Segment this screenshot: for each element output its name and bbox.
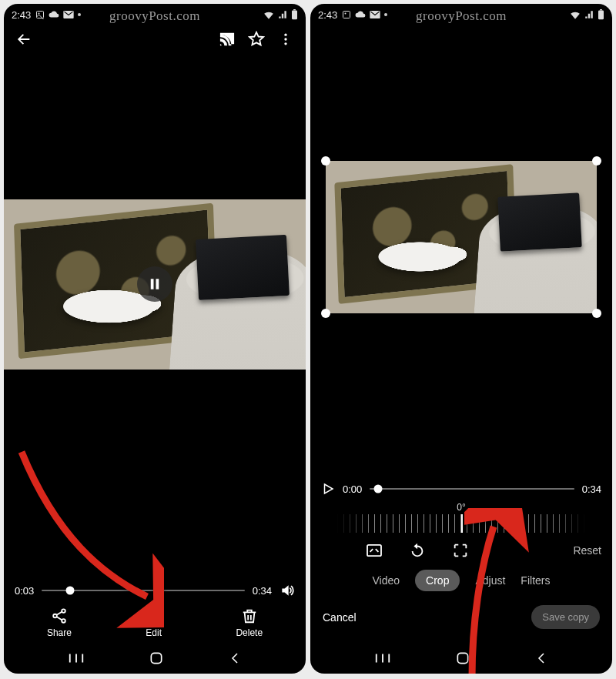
- delete-label: Delete: [236, 627, 263, 638]
- nav-home[interactable]: [149, 651, 164, 666]
- nav-back[interactable]: [228, 651, 242, 665]
- nav-back[interactable]: [534, 651, 548, 665]
- reset-button[interactable]: Reset: [573, 544, 601, 557]
- tab-video[interactable]: Video: [373, 574, 400, 587]
- cancel-button[interactable]: Cancel: [323, 611, 357, 624]
- gmail-icon: [370, 11, 380, 18]
- svg-point-5: [284, 34, 286, 36]
- battery-icon: [291, 9, 298, 20]
- system-nav-bar: [310, 643, 612, 674]
- signal-icon: [584, 10, 594, 19]
- svg-rect-0: [37, 12, 44, 18]
- svg-rect-20: [598, 10, 604, 19]
- svg-rect-4: [293, 9, 296, 10]
- editor-footer: Cancel Save copy: [310, 597, 612, 637]
- svg-point-14: [149, 614, 152, 617]
- gallery-icon: [342, 10, 351, 19]
- transform-button[interactable]: [452, 542, 469, 559]
- gallery-icon: [35, 10, 45, 19]
- svg-point-6: [284, 38, 286, 40]
- crop-handle-bl[interactable]: [321, 309, 330, 318]
- crop-handle-tr[interactable]: [592, 156, 601, 166]
- rotation-ruler[interactable]: [337, 514, 584, 533]
- pause-button[interactable]: [137, 266, 172, 302]
- nav-recents[interactable]: [68, 651, 85, 665]
- svg-rect-8: [151, 279, 154, 290]
- svg-point-18: [345, 13, 346, 15]
- save-copy-button[interactable]: Save copy: [531, 605, 600, 629]
- crop-area[interactable]: [326, 161, 597, 313]
- svg-rect-23: [457, 653, 467, 663]
- edit-button[interactable]: Edit: [146, 607, 162, 638]
- phone-right-editor: 2:43 groovyPost.com: [310, 4, 612, 674]
- gmail-icon: [63, 11, 74, 18]
- edit-label: Edit: [146, 627, 162, 638]
- video-frame: [4, 199, 306, 370]
- time-total: 0:34: [253, 585, 272, 597]
- time-elapsed: 0:03: [15, 585, 34, 597]
- signal-icon: [278, 10, 287, 19]
- editor-top-spacer: [310, 25, 612, 141]
- volume-button[interactable]: [280, 583, 295, 598]
- svg-point-7: [284, 42, 286, 45]
- status-bar: 2:43 groovyPost.com: [310, 4, 612, 25]
- system-nav-bar: [4, 643, 306, 674]
- svg-rect-16: [151, 653, 161, 663]
- svg-point-15: [156, 619, 159, 622]
- nav-recents[interactable]: [374, 651, 391, 665]
- time-total: 0:34: [582, 483, 601, 495]
- svg-rect-9: [156, 279, 159, 290]
- trim-bar[interactable]: [370, 488, 574, 490]
- cloud-icon: [355, 11, 366, 18]
- tab-filters[interactable]: Filters: [521, 574, 550, 587]
- video-viewport[interactable]: [4, 53, 306, 578]
- overflow-menu-button[interactable]: [275, 28, 296, 50]
- progress-thumb[interactable]: [66, 587, 75, 595]
- aspect-ratio-button[interactable]: [366, 544, 383, 557]
- editor-tabs: Video Crop Adjust Filters: [310, 564, 612, 597]
- svg-point-1: [38, 13, 40, 15]
- rotation-control: 0°: [310, 502, 612, 533]
- svg-point-13: [156, 610, 159, 614]
- cloud-icon: [49, 11, 59, 18]
- progress-bar[interactable]: [42, 590, 244, 591]
- delete-button[interactable]: Delete: [236, 607, 263, 638]
- wifi-icon: [570, 10, 581, 19]
- back-button[interactable]: [13, 28, 35, 50]
- cast-button[interactable]: [216, 28, 238, 50]
- nav-home[interactable]: [455, 651, 470, 666]
- share-button[interactable]: Share: [47, 607, 72, 638]
- crop-frame: [326, 161, 597, 313]
- wifi-icon: [263, 10, 274, 19]
- svg-rect-22: [367, 545, 381, 556]
- play-button[interactable]: [321, 482, 335, 496]
- svg-rect-3: [292, 10, 297, 19]
- editor-timeline: 0:00 0:34: [310, 477, 612, 496]
- more-notifications-dot: [384, 13, 387, 16]
- clock: 2:43: [318, 9, 337, 21]
- crop-handle-tl[interactable]: [321, 156, 330, 166]
- appbar: [4, 25, 306, 53]
- time-elapsed: 0:00: [343, 483, 362, 495]
- clock: 2:43: [12, 9, 31, 21]
- svg-rect-17: [343, 12, 350, 18]
- progress-row: 0:03 0:34: [4, 578, 306, 598]
- crop-handle-br[interactable]: [592, 309, 601, 318]
- phone-left-viewer: 2:43 groovyPost.com: [4, 4, 306, 674]
- watermark: groovyPost.com: [416, 8, 507, 24]
- more-notifications-dot: [78, 13, 81, 16]
- favorite-button[interactable]: [246, 28, 267, 50]
- watermark: groovyPost.com: [109, 8, 200, 24]
- share-label: Share: [47, 627, 72, 638]
- crop-tool-row: Reset: [310, 537, 612, 564]
- rotate-button[interactable]: [409, 542, 426, 559]
- trim-thumb[interactable]: [373, 485, 382, 493]
- svg-rect-21: [600, 9, 602, 10]
- tab-adjust[interactable]: Adjust: [475, 574, 505, 587]
- battery-icon: [598, 9, 604, 20]
- status-bar: 2:43 groovyPost.com: [4, 4, 306, 25]
- tab-crop[interactable]: Crop: [415, 570, 460, 591]
- action-bar: Share Edit Delete: [4, 598, 306, 643]
- rotation-value: 0°: [457, 502, 465, 513]
